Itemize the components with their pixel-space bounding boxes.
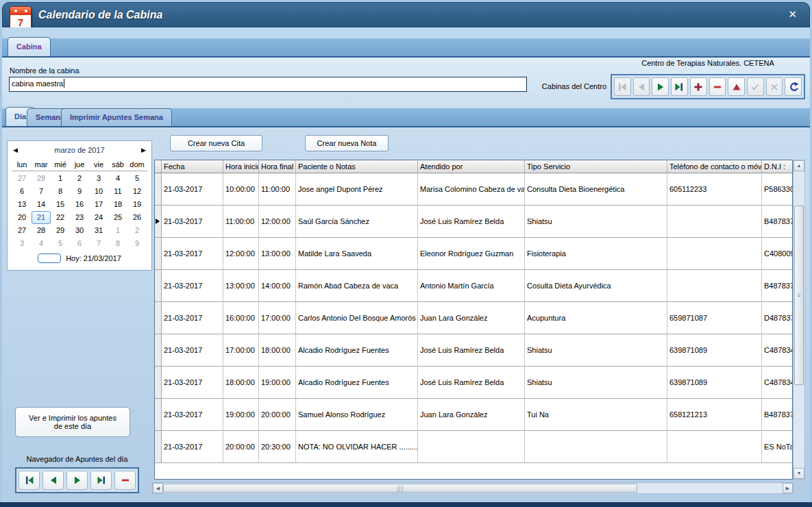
delete-record-button[interactable] <box>709 77 726 96</box>
close-icon[interactable]: ✕ <box>788 8 797 21</box>
scroll-right-icon[interactable]: ▶ <box>783 483 793 493</box>
grid-column-header[interactable]: Tipo Servicio <box>525 160 667 173</box>
grid-cell-paciente: Jose angel Dupont Pérez <box>296 173 418 206</box>
grid-cell-dni: C487834 <box>762 367 793 399</box>
calendar-day[interactable]: 14 <box>32 198 51 211</box>
horizontal-scrollbar[interactable]: ◀ ||| ▶ <box>152 482 793 494</box>
calendar-day[interactable]: 12 <box>127 185 147 198</box>
tab-cabina[interactable]: Cabina <box>8 37 51 56</box>
calendar-day[interactable]: 11 <box>108 185 127 198</box>
calendar-day[interactable]: 3 <box>12 237 32 250</box>
calendar-day[interactable]: 28 <box>32 172 51 185</box>
calendar-day[interactable]: 27 <box>12 224 32 237</box>
grid-column-header[interactable]: Paciente o Notas <box>296 160 418 173</box>
cabina-header-panel: Nombre de la cabina cabina maestra Centr… <box>2 58 810 108</box>
calendar-day[interactable]: 30 <box>70 224 89 237</box>
calendar-day[interactable]: 9 <box>127 237 147 250</box>
prior-icon <box>48 475 59 486</box>
calendar-day[interactable]: 18 <box>108 198 127 211</box>
calendar-day[interactable]: 17 <box>89 198 108 211</box>
appointment-row[interactable]: 21-03-201719:00:0020:00:00Samuel Alonso … <box>155 399 792 431</box>
appointment-row[interactable]: 21-03-201710:00:0011:00:00Jose angel Dup… <box>155 173 792 206</box>
calendar-prev-icon[interactable]: ◀ <box>13 147 23 153</box>
calendar-day[interactable]: 28 <box>32 224 51 237</box>
calendar-day[interactable]: 24 <box>89 211 108 224</box>
day-first-button[interactable] <box>19 471 40 490</box>
appointment-row[interactable]: 21-03-201712:00:0013:00:00Matilde Lara S… <box>155 238 792 270</box>
appointment-row[interactable]: 21-03-201720:00:0020:30:00NOTA: NO OLVID… <box>155 431 792 463</box>
day-last-button[interactable] <box>90 471 112 490</box>
calendar-day[interactable]: 4 <box>108 172 127 185</box>
calendar-day[interactable]: 25 <box>108 211 127 224</box>
calendar-day[interactable]: 9 <box>70 185 89 198</box>
calendar-day[interactable]: 7 <box>89 237 108 250</box>
calendar-day[interactable]: 22 <box>51 211 70 224</box>
appointment-row[interactable]: 21-03-201716:00:0017:00:00Carlos Antonio… <box>155 302 792 334</box>
calendar-day[interactable]: 27 <box>12 172 32 185</box>
last-record-button[interactable] <box>671 77 688 96</box>
appointment-row[interactable]: 21-03-201718:00:0019:00:00Alcadio Rodríg… <box>155 367 792 399</box>
first-record-button[interactable] <box>614 77 631 96</box>
day-next-button[interactable] <box>66 471 88 490</box>
cancel-edit-button[interactable] <box>766 77 783 96</box>
tab-imprimir-apuntes-semana[interactable]: Imprimir Apuntes Semana <box>61 108 172 126</box>
calendar-day[interactable]: 15 <box>51 198 70 211</box>
calendar-day[interactable]: 4 <box>32 237 51 250</box>
calendar-day[interactable]: 3 <box>89 172 108 185</box>
day-prior-button[interactable] <box>42 471 64 490</box>
scroll-up-icon[interactable]: ▲ <box>793 160 804 171</box>
calendar-day[interactable]: 1 <box>51 172 70 185</box>
today-label[interactable]: Hoy: 21/03/2017 <box>66 254 121 262</box>
cabina-name-input[interactable]: cabina maestra <box>9 77 527 92</box>
grid-column-header[interactable]: Fecha <box>162 160 223 173</box>
calendar-day[interactable]: 13 <box>12 198 32 211</box>
scroll-down-icon[interactable]: ▼ <box>793 468 804 479</box>
crear-nueva-cita-button[interactable]: Crear nueva Cita <box>170 135 262 151</box>
calendar-day[interactable]: 23 <box>70 211 89 224</box>
grid-cell-servicio: Tui Na <box>525 399 667 431</box>
calendar-next-icon[interactable]: ▶ <box>136 147 146 153</box>
grid-column-header[interactable]: D.N.I : <box>762 160 793 173</box>
appointment-row[interactable]: 21-03-201713:00:0014:00:00Ramón Abad Cab… <box>155 270 792 302</box>
calendar-day[interactable]: 19 <box>127 198 147 211</box>
appointment-row[interactable]: 21-03-201717:00:0018:00:00Alcadio Rodríg… <box>155 334 792 367</box>
calendar-day[interactable]: 2 <box>70 172 89 185</box>
grid-column-header[interactable]: Hora inicio <box>223 160 259 173</box>
calendar-day[interactable]: 1 <box>108 224 127 237</box>
grid-cell-servicio: Cosulta Dieta Ayurvédica <box>525 270 667 302</box>
calendar-day[interactable]: 31 <box>89 224 108 237</box>
calendar-day[interactable]: 20 <box>12 211 32 224</box>
vertical-scroll-thumb[interactable]: ≡ <box>794 206 804 385</box>
calendar-day[interactable]: 8 <box>108 237 127 250</box>
calendar-day[interactable]: 29 <box>51 224 70 237</box>
prior-record-button[interactable] <box>633 77 650 96</box>
calendar-day[interactable]: 6 <box>12 185 32 198</box>
insert-record-button[interactable] <box>690 77 707 96</box>
calendar-day[interactable]: 26 <box>127 211 147 224</box>
calendar-day[interactable]: 7 <box>32 185 51 198</box>
calendar-day-selected[interactable]: 21 <box>32 211 51 224</box>
scroll-left-icon[interactable]: ◀ <box>153 483 163 493</box>
calendar-day[interactable]: 6 <box>70 237 89 250</box>
grid-column-header[interactable]: Atendido por <box>418 160 525 173</box>
grid-cell-atendido: José Luis Ramírez Belda <box>418 334 525 367</box>
calendar-day[interactable]: 16 <box>70 198 89 211</box>
crear-nueva-nota-button[interactable]: Crear nueva Nota <box>305 135 389 151</box>
appointment-row[interactable]: 21-03-201711:00:0012:00:00Saúl García Sá… <box>155 206 792 238</box>
calendar-day[interactable]: 10 <box>89 185 108 198</box>
calendar-day[interactable]: 2 <box>127 224 147 237</box>
calendar-day[interactable]: 5 <box>127 172 147 185</box>
calendar-day[interactable]: 5 <box>51 237 70 250</box>
vertical-scrollbar[interactable]: ▲ ≡ ▼ <box>793 160 805 480</box>
grid-column-header[interactable]: Hora final <box>259 160 296 173</box>
print-day-notes-button[interactable]: Ver e Imprimir los apuntes de este día <box>15 407 130 437</box>
grid-column-header[interactable]: Teléfono de contacto o móvil <box>667 160 762 173</box>
edit-record-button[interactable] <box>728 77 745 96</box>
grid-cell-final: 18:00:00 <box>259 334 296 367</box>
post-edit-button[interactable] <box>747 77 764 96</box>
calendar-day[interactable]: 8 <box>51 185 70 198</box>
refresh-button[interactable] <box>785 77 802 96</box>
horizontal-scroll-thumb[interactable]: ||| <box>163 484 637 493</box>
next-record-button[interactable] <box>652 77 669 96</box>
day-delete-button[interactable] <box>114 471 136 490</box>
